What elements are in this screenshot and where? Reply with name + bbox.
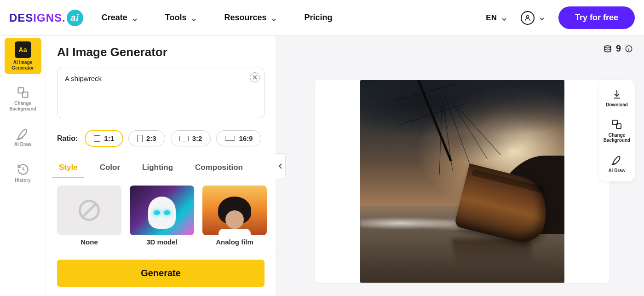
history-icon (17, 163, 29, 176)
rail-ai-image-generator[interactable]: Aa AI Image Generator (5, 38, 41, 74)
tab-style[interactable]: Style (57, 158, 80, 178)
text-style-icon: Aa (15, 41, 31, 58)
robot-illustration (148, 197, 176, 229)
generated-image[interactable] (360, 80, 564, 283)
config-panel: AI Image Generator Ratio: 1:1 2:3 (46, 36, 276, 296)
aspect-landscape-icon (179, 136, 189, 141)
tool-rail: Aa AI Image Generator Change Background … (0, 36, 46, 296)
style-options: None 3D model Analog film (57, 186, 264, 246)
chevron-down-icon (132, 15, 138, 21)
rail-label: Change Background (6, 101, 40, 111)
action-label: Change Background (601, 133, 633, 143)
style-name: None (80, 238, 98, 246)
nav-tools[interactable]: Tools (165, 13, 197, 23)
canvas-area: 9 Download Change Background (276, 36, 644, 296)
style-name: 3D model (146, 238, 178, 246)
coins-icon (603, 44, 612, 53)
page-title: AI Image Generator (57, 45, 264, 59)
action-change-background[interactable]: Change Background (601, 119, 633, 143)
rail-history[interactable]: History (5, 159, 41, 187)
clear-prompt-button[interactable] (250, 72, 260, 82)
nav-resources[interactable]: Resources (224, 13, 276, 23)
ratio-text: 1:1 (104, 134, 114, 142)
ratio-text: 3:2 (192, 134, 202, 142)
ratio-3-2[interactable]: 3:2 (171, 130, 211, 146)
nav-create[interactable]: Create (102, 13, 138, 23)
generate-button[interactable]: Generate (57, 260, 264, 287)
aspect-square-icon (94, 135, 100, 142)
user-avatar-icon (521, 11, 535, 25)
svg-point-0 (526, 15, 529, 17)
tab-color[interactable]: Color (98, 158, 122, 178)
tab-lighting[interactable]: Lighting (140, 158, 175, 178)
logo-badge-icon: ai (67, 10, 83, 26)
prompt-input[interactable] (57, 68, 264, 118)
option-tabs: Style Color Lighting Composition (57, 158, 264, 178)
ratio-text: 2:3 (146, 134, 156, 142)
main-nav: Create Tools Resources Pricing (102, 13, 333, 23)
action-ai-draw[interactable]: AI Draw (608, 154, 625, 174)
chevron-down-icon (539, 15, 545, 21)
close-icon (253, 75, 257, 80)
download-icon (611, 88, 622, 99)
brand-logo[interactable]: DESIGNS. ai (9, 10, 83, 26)
nav-pricing[interactable]: Pricing (304, 13, 332, 23)
style-thumb-none (57, 186, 121, 235)
style-thumb-analog (202, 186, 267, 235)
aspect-wide-icon (225, 136, 235, 141)
credits-counter: 9 (603, 43, 633, 54)
credits-value: 9 (616, 43, 621, 54)
ratio-1-1[interactable]: 1:1 (85, 130, 123, 146)
language-selector[interactable]: EN (486, 13, 507, 23)
result-actions: Download Change Background AI Draw (599, 80, 635, 181)
rail-change-background[interactable]: Change Background (5, 82, 41, 115)
swap-icon (17, 86, 29, 99)
nav-label: Pricing (304, 13, 332, 23)
try-for-free-button[interactable]: Try for free (558, 6, 635, 29)
pen-icon (611, 154, 622, 165)
app-header: DESIGNS. ai Create Tools Resources Prici… (0, 0, 644, 36)
ratio-2-3[interactable]: 2:3 (128, 130, 165, 146)
rail-ai-draw[interactable]: AI Draw (5, 123, 41, 151)
pen-icon (17, 127, 29, 140)
style-thumb-3d (130, 186, 194, 235)
nav-label: Create (102, 13, 127, 23)
svg-point-3 (604, 46, 610, 48)
chevron-down-icon (191, 15, 196, 21)
style-3d-model[interactable]: 3D model (130, 186, 194, 246)
swap-icon (611, 119, 622, 130)
rail-label: AI Draw (14, 142, 31, 147)
rail-label: AI Image Generator (6, 60, 40, 70)
action-label: Download (606, 102, 628, 108)
rail-label: History (15, 178, 30, 183)
tab-composition[interactable]: Composition (193, 158, 245, 178)
person-illustration (217, 197, 253, 235)
ratio-label: Ratio: (57, 134, 78, 143)
style-none[interactable]: None (57, 186, 121, 246)
user-menu[interactable] (521, 11, 545, 25)
chevron-left-icon (278, 163, 283, 169)
collapse-panel-button[interactable] (276, 153, 286, 179)
language-label: EN (486, 13, 497, 23)
action-download[interactable]: Download (606, 88, 628, 108)
info-icon[interactable] (625, 45, 633, 53)
chevron-down-icon (271, 15, 276, 21)
ratio-text: 16:9 (239, 134, 253, 142)
result-card (315, 80, 610, 283)
style-analog-film[interactable]: Analog film (202, 186, 267, 246)
nav-label: Tools (165, 13, 187, 23)
none-icon (79, 200, 100, 221)
aspect-portrait-icon (137, 135, 143, 142)
ratio-16-9[interactable]: 16:9 (216, 130, 261, 146)
chevron-down-icon (501, 15, 507, 21)
action-label: AI Draw (608, 168, 625, 174)
nav-label: Resources (224, 13, 266, 23)
ratio-row: Ratio: 1:1 2:3 3:2 16:9 (57, 130, 264, 146)
style-name: Analog film (216, 238, 253, 246)
